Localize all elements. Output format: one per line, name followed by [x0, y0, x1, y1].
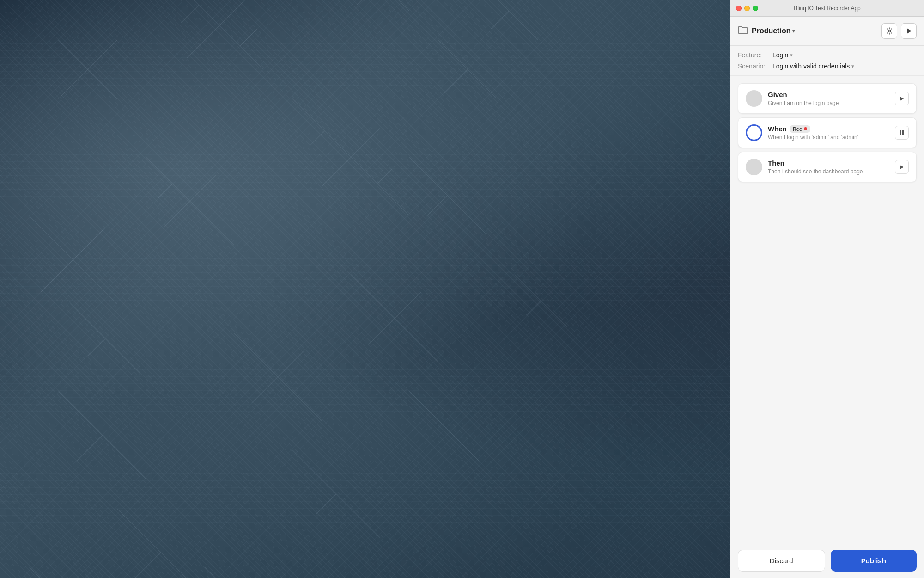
- svg-line-11: [29, 216, 117, 304]
- run-button[interactable]: [901, 23, 917, 39]
- step-then-play-button[interactable]: [895, 160, 909, 174]
- steps-section: Given Given I am on the login page When: [730, 76, 924, 543]
- svg-line-46: [491, 11, 509, 29]
- rec-badge: Rec: [790, 125, 810, 133]
- svg-line-38: [205, 567, 281, 578]
- step-then-title-row: Then: [768, 159, 889, 167]
- svg-line-12: [41, 260, 73, 292]
- meta-section: Feature: Login ▾ Scenario: Login with va…: [730, 46, 924, 76]
- svg-line-22: [377, 169, 392, 184]
- svg-line-13: [73, 228, 105, 260]
- svg-line-23: [438, 40, 497, 99]
- step-when-description: When I login with 'admin' and 'admin': [768, 134, 889, 141]
- svg-line-3: [176, 0, 263, 69]
- svg-line-47: [515, 274, 567, 327]
- step-given-title-row: Given: [768, 91, 889, 98]
- svg-line-30: [351, 274, 438, 362]
- step-then-indicator: [746, 159, 762, 175]
- maximize-button[interactable]: [753, 6, 758, 11]
- svg-line-8: [351, 0, 409, 11]
- project-name: Production: [752, 27, 790, 35]
- project-chevron-icon: ▾: [792, 28, 795, 34]
- discard-button[interactable]: Discard: [738, 550, 825, 572]
- step-given-description: Given I am on the login page: [768, 100, 889, 106]
- svg-line-5: [219, 0, 252, 25]
- project-selector[interactable]: Production ▾: [752, 27, 795, 35]
- step-given: Given Given I am on the login page: [738, 83, 917, 114]
- step-then: Then Then I should see the dashboard pag…: [738, 152, 917, 182]
- app-window: Blinq IO Test Recorder App Production ▾: [730, 0, 924, 578]
- svg-line-31: [368, 318, 395, 344]
- svg-line-20: [351, 128, 380, 157]
- svg-marker-51: [900, 97, 904, 101]
- settings-button[interactable]: [881, 23, 897, 39]
- footer: Discard Publish: [730, 543, 924, 578]
- scenario-chevron-icon: ▾: [851, 63, 854, 69]
- svg-line-45: [480, 0, 538, 40]
- svg-line-35: [292, 450, 380, 538]
- play-icon: [900, 96, 904, 101]
- feature-selector[interactable]: Login ▾: [772, 51, 793, 59]
- folder-icon: [738, 26, 748, 36]
- feature-label: Feature:: [738, 51, 772, 59]
- minimize-button[interactable]: [744, 6, 750, 11]
- svg-line-41: [409, 157, 486, 234]
- pause-bar-right: [902, 130, 904, 135]
- window-title: Blinq IO Test Recorder App: [794, 5, 861, 12]
- svg-line-37: [409, 392, 480, 462]
- svg-line-32: [395, 292, 421, 318]
- svg-line-42: [427, 195, 447, 215]
- svg-line-15: [164, 201, 190, 228]
- step-given-play-button[interactable]: [895, 92, 909, 105]
- svg-line-2: [88, 40, 117, 69]
- toolbar: Production ▾: [730, 17, 924, 46]
- step-when-title-row: When Rec: [768, 125, 889, 133]
- svg-line-48: [526, 301, 541, 315]
- step-when-pause-button[interactable]: [895, 126, 909, 140]
- close-button[interactable]: [736, 6, 742, 11]
- play-icon: [900, 165, 904, 170]
- rec-dot-icon: [804, 127, 807, 130]
- step-given-info: Given Given I am on the login page: [768, 91, 889, 106]
- svg-line-18: [292, 99, 409, 216]
- publish-button[interactable]: Publish: [831, 550, 917, 572]
- gear-icon: [886, 27, 893, 35]
- svg-line-43: [70, 304, 140, 374]
- svg-line-16: [190, 175, 216, 201]
- svg-line-24: [444, 69, 468, 93]
- scenario-label: Scenario:: [738, 62, 772, 70]
- pause-bar-left: [900, 130, 901, 135]
- step-given-indicator: [746, 90, 762, 107]
- step-then-keyword: Then: [768, 159, 784, 167]
- scenario-selector[interactable]: Login with valid credentials ▾: [772, 62, 854, 70]
- svg-line-4: [187, 25, 219, 58]
- svg-line-27: [278, 350, 304, 377]
- svg-line-33: [117, 509, 205, 578]
- svg-point-49: [888, 30, 891, 32]
- svg-line-29: [76, 435, 103, 461]
- svg-line-0: [59, 40, 117, 99]
- scenario-value: Login with valid credentials: [772, 62, 850, 70]
- traffic-lights: [736, 6, 758, 11]
- svg-marker-52: [900, 165, 904, 169]
- scenario-row: Scenario: Login with valid credentials ▾: [738, 62, 917, 70]
- app-content: Production ▾: [730, 17, 924, 578]
- title-bar: Blinq IO Test Recorder App: [730, 0, 924, 17]
- toolbar-left: Production ▾: [738, 26, 795, 36]
- step-then-info: Then Then I should see the dashboard pag…: [768, 159, 889, 175]
- svg-line-25: [234, 333, 322, 421]
- svg-line-9: [357, 0, 380, 5]
- svg-line-28: [59, 392, 146, 480]
- pause-icon: [900, 130, 904, 135]
- svg-line-7: [240, 29, 257, 46]
- svg-line-19: [322, 157, 351, 186]
- feature-value: Login: [772, 51, 788, 59]
- svg-line-39: [29, 567, 88, 578]
- step-when-info: When Rec When I login with 'admin' and '…: [768, 125, 889, 141]
- step-when-indicator: [746, 124, 762, 141]
- play-triangle-icon: [906, 28, 912, 34]
- svg-line-34: [134, 553, 161, 578]
- svg-line-1: [59, 69, 88, 98]
- svg-line-26: [251, 377, 278, 403]
- step-when-keyword: When: [768, 125, 787, 133]
